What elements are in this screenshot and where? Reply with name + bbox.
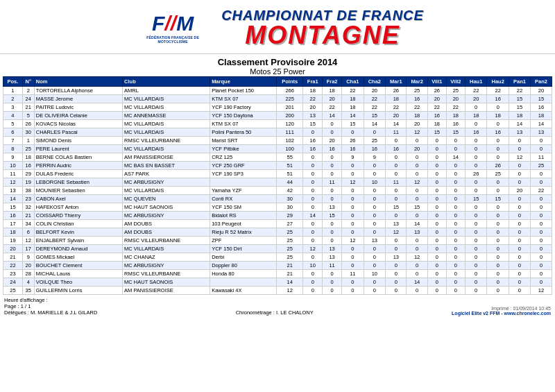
table-cell: 15 (487, 195, 509, 203)
table-cell: 24 (3, 278, 23, 287)
table-cell: MC ANNEMASSE (123, 112, 210, 120)
table-cell: 29 (277, 212, 303, 220)
table-cell: 0 (407, 270, 427, 278)
table-cell: YCF Pitbike (210, 145, 277, 153)
table-cell: 5 (22, 112, 34, 120)
table-cell: 0 (509, 278, 530, 287)
table-cell: 20 (427, 95, 446, 103)
table-cell: 3 (3, 103, 23, 112)
table-cell: 1 (3, 87, 23, 95)
table-row: 1423CABON AxelMC QUEVENConti RX300000000… (3, 195, 552, 203)
table-cell: 13 (530, 128, 552, 137)
table-cell: 22 (303, 95, 323, 103)
table-cell: 22 (446, 103, 465, 112)
table-cell: 15 (342, 120, 364, 128)
table-cell: 0 (407, 170, 427, 178)
table-cell: 0 (446, 253, 465, 262)
table-cell: 0 (364, 195, 386, 203)
table-cell: 0 (427, 162, 446, 170)
table-cell: 0 (323, 162, 342, 170)
table-row: 630CHARLES PascalMC VILLARDAISPolini Pan… (3, 128, 552, 137)
table-cell: MC QUEVEN (123, 195, 210, 203)
col-pan2: Pan2 (530, 77, 552, 87)
table-cell: 0 (323, 287, 342, 295)
table-cell: 0 (386, 153, 407, 162)
table-cell: 0 (407, 137, 427, 145)
table-cell: 16 (446, 120, 465, 128)
footer-center: Chronométrage : I. LE CHALONY (236, 309, 314, 316)
table-cell: 0 (427, 170, 446, 178)
table-row: 1734COLIN ChristianAM DOUBS103 Peugeot27… (3, 220, 552, 228)
table-cell: 18 (427, 120, 446, 128)
table-cell: 20 (386, 112, 407, 120)
table-cell: 0 (446, 287, 465, 295)
table-cell: 0 (364, 203, 386, 212)
table-cell: SIMOND Denis (34, 137, 122, 145)
col-marque: Marque (210, 77, 277, 87)
table-cell: 20 (364, 87, 386, 95)
table-cell: Doppler 80 (210, 262, 277, 270)
table-cell: 15 (407, 203, 427, 212)
table-cell: 0 (465, 262, 487, 270)
table-cell: 18 (530, 112, 552, 120)
table-cell: 0 (509, 287, 530, 295)
table-cell: 0 (386, 245, 407, 253)
table-cell: 0 (386, 287, 407, 295)
table-row: 1532HAFEKOST AntonMC HAUT SAONOISYCF 150… (3, 203, 552, 212)
table-cell: 0 (342, 278, 364, 287)
page-header: F / / M FÉDÉRATION FRANÇAISE DE MOTOCYCL… (0, 0, 555, 54)
page-number: Page : 1 / 1 (4, 303, 97, 309)
table-cell: MC BAS EN BASSET (123, 162, 210, 170)
table-cell: 0 (465, 287, 487, 295)
table-cell: YCF 150 SM (210, 203, 277, 212)
table-cell: 11 (386, 178, 407, 187)
table-cell: 0 (386, 278, 407, 287)
table-cell: RMSC VILLEURBANNE (123, 237, 210, 245)
table-cell: 0 (386, 137, 407, 145)
table-cell: 14 (530, 120, 552, 128)
table-cell: MC ARBUSIGNY (123, 212, 210, 220)
table-cell: 0 (465, 137, 487, 145)
table-cell: 0 (342, 162, 364, 170)
table-cell: 30 (22, 128, 34, 137)
table-cell: YCF 150 Daytona (210, 112, 277, 120)
table-row: 2017DEREYMOND ArnaudMC VILLARDAISYCF 150… (3, 245, 552, 253)
table-cell: CABON Axel (34, 195, 122, 203)
table-cell: YCF 150 Dirt (210, 245, 277, 253)
table-cell: 0 (446, 187, 465, 195)
table-cell: 23 (3, 270, 23, 278)
table-cell: 0 (323, 270, 342, 278)
table-cell: 25 (277, 245, 303, 253)
table-cell: 200 (277, 112, 303, 120)
table-cell: 28 (22, 270, 34, 278)
table-cell: Rieju R 52 Matrix (210, 228, 277, 237)
table-cell: 0 (427, 278, 446, 287)
table-cell: 15 (323, 212, 342, 220)
table-cell: 0 (487, 228, 509, 237)
table-cell: 9 (342, 153, 364, 162)
table-cell: 0 (323, 120, 342, 128)
table-cell: 0 (386, 212, 407, 220)
table-cell: 18 (465, 112, 487, 120)
table-cell: MC VILLARDAIS (123, 145, 210, 153)
table-cell: LEBORGNE Sebastien (34, 178, 122, 187)
table-cell: 0 (530, 220, 552, 228)
table-cell: 0 (446, 195, 465, 203)
table-cell: 0 (487, 270, 509, 278)
table-cell: 16 (303, 137, 323, 145)
table-cell: 0 (303, 128, 323, 137)
table-cell: 20 (407, 145, 427, 153)
table-cell: 0 (364, 162, 386, 170)
table-cell: YCF 190 SP3 (210, 170, 277, 178)
table-row: 244VOILQUE TheoMC HAUT SAONOIS1400000140… (3, 278, 552, 287)
table-cell: 6 (22, 228, 34, 237)
table-row: 526KOVACS NicolasMC VILLARDAISKTM SX 071… (3, 120, 552, 128)
table-cell: 0 (509, 170, 530, 178)
table-row: 186BELFORT KevinAM DOUBSRieju R 52 Matri… (3, 228, 552, 237)
table-cell: 0 (509, 270, 530, 278)
table-cell: DULAS Frederic (34, 170, 122, 178)
table-cell: Planet Pocket 150 (210, 87, 277, 95)
table-cell: 18 (342, 103, 364, 112)
table-cell: Marist SRT (210, 137, 277, 145)
table-row: 1129DULAS FredericAS7 PARKYCF 190 SP3510… (3, 170, 552, 178)
